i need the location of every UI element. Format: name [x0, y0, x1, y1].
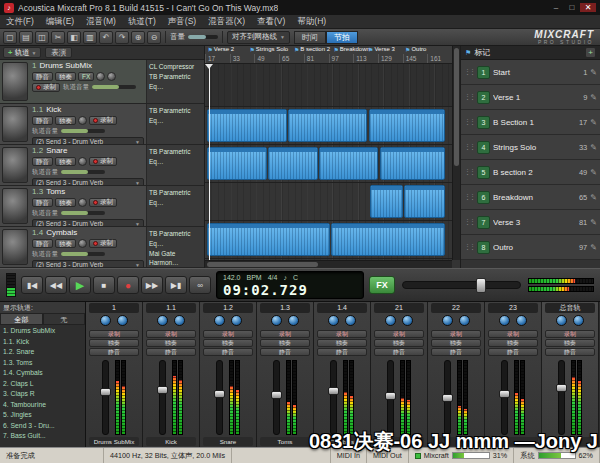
- audio-clip[interactable]: [268, 147, 317, 180]
- volume-fader[interactable]: [159, 360, 166, 435]
- mute-button[interactable]: 静音: [32, 239, 53, 248]
- record-arm-button[interactable]: 录制: [89, 116, 117, 125]
- pan-knob[interactable]: [271, 315, 282, 326]
- audio-clip[interactable]: [331, 223, 444, 256]
- mute-button[interactable]: 静音: [32, 157, 53, 166]
- pan-knob[interactable]: [442, 315, 453, 326]
- track-list-item[interactable]: 2. Claps L: [0, 379, 85, 390]
- cut-icon[interactable]: ✂: [51, 31, 65, 44]
- track-header-toms[interactable]: 1.3Toms 静音 独奏 录制 轨道音量 (2) Send 3 - Drum …: [0, 186, 204, 227]
- zoom-out-icon[interactable]: ⊖: [147, 31, 161, 44]
- lane-snare[interactable]: [205, 145, 452, 183]
- strip-record-button[interactable]: 录制: [545, 330, 595, 338]
- solo-button[interactable]: 独奏: [55, 198, 76, 207]
- strip-mute-button[interactable]: 静音: [260, 348, 310, 356]
- track-header-kick[interactable]: 1.1Kick 静音 独奏 录制 轨道音量 (2) Send 3 - Drum …: [0, 104, 204, 145]
- volume-fader[interactable]: [330, 360, 337, 435]
- edit-marker-icon[interactable]: ✎: [590, 143, 597, 152]
- redo-icon[interactable]: ↷: [115, 31, 129, 44]
- volume-fader[interactable]: [216, 360, 223, 435]
- edit-marker-icon[interactable]: ✎: [590, 118, 597, 127]
- track-header-cymbals[interactable]: 1.4Cymbals 静音 独奏 录制 轨道音量 (2) Send 3 - Dr…: [0, 227, 204, 268]
- beat-mode-button[interactable]: 节拍: [326, 31, 358, 44]
- timeline[interactable]: ⚑ Verse 2 ⚑ Strings Solo ⚑ B section 2: [205, 46, 460, 268]
- record-button[interactable]: ●: [117, 276, 139, 294]
- solo-button[interactable]: 独奏: [55, 116, 76, 125]
- effects-list[interactable]: TB Parametric Eq…: [146, 186, 204, 226]
- fader-cap[interactable]: [100, 388, 111, 396]
- track-list-item[interactable]: 5. Jingles: [0, 410, 85, 421]
- marker-row[interactable]: ⋮⋮ 5 B section 2 49 ✎: [461, 160, 600, 185]
- edit-marker-icon[interactable]: ✎: [590, 168, 597, 177]
- pan-knob[interactable]: [499, 315, 510, 326]
- edit-marker-icon[interactable]: ✎: [590, 68, 597, 77]
- tracks-filter-none[interactable]: 无: [43, 313, 86, 325]
- pan-knob[interactable]: [556, 315, 567, 326]
- solo-button[interactable]: 独奏: [55, 157, 76, 166]
- strip-record-button[interactable]: 录制: [488, 330, 538, 338]
- strip-number[interactable]: 总音轨: [545, 303, 595, 313]
- tracks-filter-all[interactable]: 全部: [0, 313, 43, 325]
- marker-flag[interactable]: ⚑ Strings Solo: [249, 46, 288, 53]
- fader-cap[interactable]: [157, 386, 168, 394]
- strip-solo-button[interactable]: 独奏: [488, 339, 538, 347]
- timeline-ruler[interactable]: ⚑ Verse 2 ⚑ Strings Solo ⚑ B section 2: [205, 46, 452, 64]
- fader-cap[interactable]: [499, 390, 510, 398]
- menu-item[interactable]: 声音(S): [162, 16, 202, 28]
- edit-marker-icon[interactable]: ✎: [590, 218, 597, 227]
- strip-number[interactable]: 1.4: [317, 303, 367, 313]
- send-knob[interactable]: [459, 315, 470, 326]
- marker-row[interactable]: ⋮⋮ 1 Start 1 ✎: [461, 60, 600, 85]
- pan-knob[interactable]: [78, 157, 87, 166]
- pan-knob[interactable]: [96, 72, 105, 81]
- fader-cap[interactable]: [556, 384, 567, 392]
- add-track-button[interactable]: + 轨道 ▼: [3, 47, 41, 58]
- new-file-icon[interactable]: ▢: [3, 31, 17, 44]
- solo-button[interactable]: 独奏: [55, 239, 76, 248]
- track-list-item[interactable]: 1.3. Toms: [0, 358, 85, 369]
- forward-button[interactable]: ▶▶: [141, 276, 163, 294]
- marker-flag[interactable]: ⚑ Verse 3: [368, 46, 395, 53]
- send-knob[interactable]: [174, 315, 185, 326]
- go-to-end-button[interactable]: ▶▮: [165, 276, 187, 294]
- menu-item[interactable]: 文件(F): [0, 16, 40, 28]
- effects-list[interactable]: CL Compressor TB Parametric Eq…: [146, 60, 204, 103]
- strip-record-button[interactable]: 录制: [374, 330, 424, 338]
- strip-record-button[interactable]: 录制: [317, 330, 367, 338]
- menu-item[interactable]: 帮助(H): [291, 16, 332, 28]
- track-header-drums-submix[interactable]: 1Drums SubMix 静音 独奏 FX 录制 轨道音量 CL Compre…: [0, 60, 204, 104]
- track-list-item[interactable]: 3. Claps R: [0, 389, 85, 400]
- fader-cap[interactable]: [385, 392, 396, 400]
- record-arm-button[interactable]: 录制: [89, 198, 117, 207]
- strip-record-button[interactable]: 录制: [431, 330, 481, 338]
- stop-button[interactable]: ■: [93, 276, 115, 294]
- send-knob[interactable]: [573, 315, 584, 326]
- add-marker-button[interactable]: +: [585, 47, 596, 58]
- menu-item[interactable]: 查看(V): [251, 16, 291, 28]
- zoom-in-icon[interactable]: ⊕: [131, 31, 145, 44]
- track-volume-slider[interactable]: [61, 170, 105, 174]
- effects-list[interactable]: TB Parametric Eq…: [146, 104, 204, 144]
- send-knob[interactable]: [288, 315, 299, 326]
- volume-fader[interactable]: [558, 360, 565, 435]
- strip-solo-button[interactable]: 独奏: [89, 339, 139, 347]
- send-dropdown[interactable]: (2) Send 3 - Drum Verb ▼: [32, 137, 144, 145]
- time-signature[interactable]: 4/4: [268, 274, 278, 281]
- volume-fader[interactable]: [444, 360, 451, 435]
- record-arm-button[interactable]: 录制: [89, 239, 117, 248]
- volume-fader[interactable]: [102, 360, 109, 435]
- master-volume-handle[interactable]: [476, 278, 486, 293]
- track-list-item[interactable]: 7. Bass Guit...: [0, 431, 85, 442]
- snap-dropdown[interactable]: 对齐到网格线 ▼: [227, 31, 290, 44]
- pan-knob[interactable]: [328, 315, 339, 326]
- edit-marker-icon[interactable]: ✎: [590, 93, 597, 102]
- effects-list[interactable]: TB Parametric Eq…: [146, 145, 204, 185]
- master-volume-slider[interactable]: [402, 281, 521, 289]
- play-button[interactable]: ▶: [69, 276, 91, 294]
- strip-number[interactable]: 1.3: [260, 303, 310, 313]
- strip-mute-button[interactable]: 静音: [374, 348, 424, 356]
- track-header-snare[interactable]: 1.2Snare 静音 独奏 录制 轨道音量 (2) Send 3 - Drum…: [0, 145, 204, 186]
- send-knob[interactable]: [231, 315, 242, 326]
- menu-item[interactable]: 轨道(T): [122, 16, 162, 28]
- lane-kick[interactable]: [205, 107, 452, 145]
